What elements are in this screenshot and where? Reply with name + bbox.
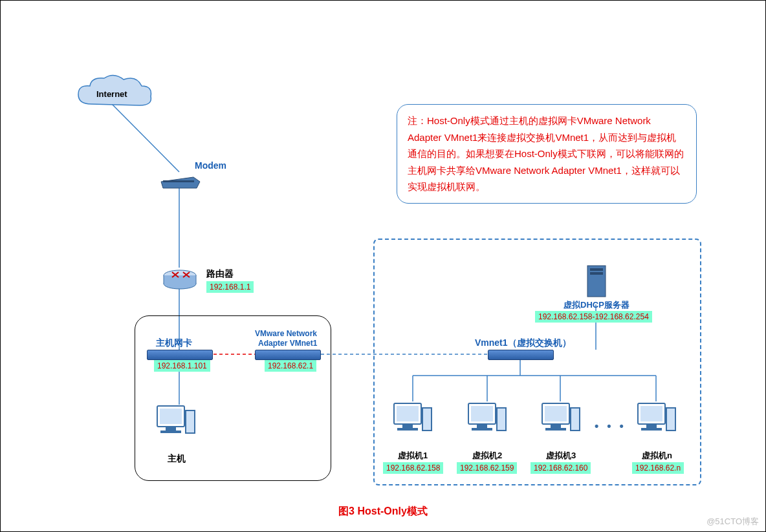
svg-point-14: [164, 270, 196, 281]
dhcp-label: 虚拟DHCP服务器: [564, 299, 629, 311]
note-box: 注：Host-Only模式通过主机的虚拟网卡VMware Network Ada…: [397, 104, 697, 204]
dhcp-ip: 192.168.62.158-192.168.62.254: [535, 311, 652, 323]
vmnet-ip: 192.168.62.1: [265, 360, 316, 372]
vmn-label: 虚拟机n: [642, 450, 672, 462]
diagram-canvas: Internet Modem 路由器 192.168.1.1 主机网卡 192.…: [0, 0, 766, 532]
router-label: 路由器: [206, 268, 234, 280]
vmnet-label2: Adapter VMnet1: [258, 339, 317, 348]
host-nic-icon: [147, 350, 213, 360]
svg-rect-12: [163, 180, 194, 182]
switch-label: Vmnet1（虚拟交换机）: [475, 337, 571, 349]
host-label: 主机: [168, 453, 186, 465]
vm1-label: 虚拟机1: [398, 450, 428, 462]
vm2-ip: 192.168.62.159: [457, 462, 517, 474]
vm-box: [373, 239, 701, 485]
internet-label: Internet: [96, 89, 127, 99]
modem-label: Modem: [195, 160, 226, 171]
vmnet-icon: [255, 350, 321, 360]
svg-rect-15: [164, 275, 196, 284]
watermark: @51CTO博客: [706, 516, 759, 527]
vm3-ip: 192.168.62.160: [531, 462, 591, 474]
router-ip: 192.168.1.1: [206, 281, 254, 293]
vmnet-label1: VMware Network: [255, 329, 317, 338]
vmn-ip: 192.168.62.n: [632, 462, 684, 474]
vm1-ip: 192.168.62.158: [383, 462, 443, 474]
note-text: 注：Host-Only模式通过主机的虚拟网卡VMware Network Ada…: [408, 115, 684, 192]
caption: 图3 Host-Only模式: [1, 505, 765, 518]
vm3-label: 虚拟机3: [546, 450, 576, 462]
host-nic-ip: 192.168.1.101: [154, 360, 210, 372]
switch-icon: [488, 350, 554, 360]
host-nic-label: 主机网卡: [156, 337, 192, 349]
vm2-label: 虚拟机2: [472, 450, 502, 462]
vm-ellipsis: • • •: [595, 420, 626, 433]
svg-point-13: [164, 279, 196, 289]
